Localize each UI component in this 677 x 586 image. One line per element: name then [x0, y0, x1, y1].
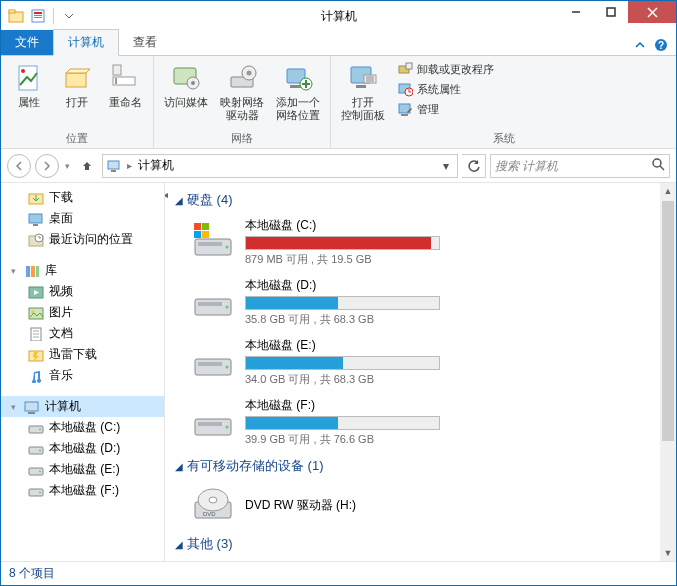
tab-computer[interactable]: 计算机 [53, 29, 119, 56]
help-icon[interactable]: ? [654, 38, 668, 55]
scroll-thumb[interactable] [662, 201, 674, 441]
svg-line-44 [660, 166, 664, 170]
minimize-button[interactable] [558, 1, 593, 23]
search-icon[interactable] [651, 157, 665, 174]
qat-explorer-icon[interactable] [7, 7, 25, 25]
open-icon [61, 62, 93, 94]
uninstall-icon [397, 61, 413, 77]
up-button[interactable] [76, 155, 98, 177]
back-button[interactable] [7, 154, 31, 178]
close-button[interactable] [628, 1, 676, 23]
maximize-button[interactable] [593, 1, 628, 23]
usage-bar [245, 236, 440, 250]
chevron-down-icon[interactable]: ▾ [437, 159, 455, 173]
svg-point-20 [191, 81, 195, 85]
window-controls [558, 1, 676, 31]
splitter-handle[interactable]: ◂ [165, 189, 171, 199]
svg-point-13 [21, 69, 25, 73]
open-button[interactable]: 打开 [53, 58, 101, 129]
svg-point-43 [653, 159, 661, 167]
refresh-button[interactable] [462, 154, 486, 178]
drive-name: 本地磁盘 (E:) [245, 337, 666, 354]
breadcrumb[interactable]: ▸ 计算机 ▾ [102, 154, 458, 178]
rename-button[interactable]: 重命名 [101, 58, 149, 129]
section-hdd[interactable]: ◢ 硬盘 (4) [169, 189, 666, 215]
map-drive-button[interactable]: 映射网络 驱动器 [214, 58, 270, 129]
sidebar-item-disk-f[interactable]: 本地磁盘 (F:) [1, 480, 164, 501]
sidebar-item-disk-c[interactable]: 本地磁盘 (C:) [1, 417, 164, 438]
hdd-icon [191, 402, 235, 442]
access-media-button[interactable]: 访问媒体 [158, 58, 214, 129]
svg-point-89 [209, 497, 217, 503]
manage-button[interactable]: 管理 [395, 100, 496, 118]
section-other[interactable]: ◢ 其他 (3) [169, 533, 666, 559]
svg-point-83 [226, 366, 229, 369]
tab-file[interactable]: 文件 [1, 30, 53, 55]
svg-rect-3 [34, 12, 42, 14]
expander-icon[interactable]: ▾ [7, 266, 19, 276]
tab-view[interactable]: 查看 [119, 30, 171, 55]
svg-rect-36 [406, 63, 412, 69]
computer-icon [105, 157, 123, 175]
add-location-icon [282, 62, 314, 94]
qat-properties-icon[interactable] [29, 7, 47, 25]
computer-icon [23, 399, 41, 415]
svg-point-64 [39, 428, 41, 430]
svg-rect-51 [31, 266, 35, 277]
drive-item[interactable]: 本地磁盘 (E:)34.0 GB 可用 , 共 68.3 GB [169, 335, 666, 395]
qat-dropdown-icon[interactable] [60, 7, 78, 25]
history-dropdown-icon[interactable]: ▾ [63, 161, 72, 171]
sidebar-item-pictures[interactable]: 图片 [1, 302, 164, 323]
drive-item[interactable]: 本地磁盘 (C:)879 MB 可用 , 共 19.5 GB [169, 215, 666, 275]
ribbon: 属性 打开 重命名 位置 访问媒体 映射网络 驱动器 [1, 55, 676, 149]
sidebar-item-downloads[interactable]: 下载 [1, 187, 164, 208]
hdd-icon [191, 222, 235, 262]
scroll-up-icon[interactable]: ▲ [660, 183, 676, 199]
system-props-icon [397, 81, 413, 97]
search-input[interactable] [495, 159, 651, 173]
map-drive-icon [226, 62, 258, 94]
section-removable[interactable]: ◢ 有可移动存储的设备 (1) [169, 455, 666, 481]
uninstall-button[interactable]: 卸载或更改程序 [395, 60, 496, 78]
chevron-right-icon[interactable]: ▸ [123, 160, 136, 171]
sidebar-item-xunlei[interactable]: 迅雷下载 [1, 344, 164, 365]
svg-point-23 [247, 71, 252, 76]
svg-rect-47 [33, 224, 38, 226]
pictures-icon [27, 305, 45, 321]
system-properties-button[interactable]: 系统属性 [395, 80, 496, 98]
add-location-button[interactable]: 添加一个 网络位置 [270, 58, 326, 129]
svg-rect-74 [202, 231, 209, 238]
sidebar-item-documents[interactable]: 文档 [1, 323, 164, 344]
svg-point-80 [226, 306, 229, 309]
drive-item[interactable]: 本地磁盘 (D:)35.8 GB 可用 , 共 68.3 GB [169, 275, 666, 335]
sidebar-item-recent[interactable]: 最近访问的位置 [1, 229, 164, 250]
expander-icon[interactable]: ▾ [7, 402, 19, 412]
properties-button[interactable]: 属性 [5, 58, 53, 129]
scroll-down-icon[interactable]: ▼ [660, 545, 676, 561]
svg-rect-42 [111, 170, 116, 172]
breadcrumb-item[interactable]: 计算机 [136, 157, 176, 174]
sidebar-item-videos[interactable]: 视频 [1, 281, 164, 302]
qat-divider [53, 8, 54, 24]
svg-rect-85 [198, 422, 222, 426]
libraries-icon [23, 263, 41, 279]
svg-rect-4 [34, 15, 42, 16]
svg-rect-73 [194, 231, 201, 238]
sidebar-item-libraries[interactable]: ▾库 [1, 260, 164, 281]
sidebar-item-disk-e[interactable]: 本地磁盘 (E:) [1, 459, 164, 480]
scrollbar[interactable]: ▲ ▼ [660, 183, 676, 561]
sidebar-item-music[interactable]: 音乐 [1, 365, 164, 386]
collapse-ribbon-icon[interactable] [634, 39, 646, 54]
open-control-panel-button[interactable]: 打开 控制面板 [335, 58, 391, 129]
dvd-drive-item[interactable]: DVD DVD RW 驱动器 (H:) [169, 481, 666, 533]
media-icon [170, 62, 202, 94]
usage-bar [245, 356, 440, 370]
forward-button[interactable] [35, 154, 59, 178]
sidebar-item-desktop[interactable]: 桌面 [1, 208, 164, 229]
svg-point-77 [226, 246, 229, 249]
drive-item[interactable]: 本地磁盘 (F:)39.9 GB 可用 , 共 76.6 GB [169, 395, 666, 455]
search-box[interactable] [490, 154, 670, 178]
sidebar-item-disk-d[interactable]: 本地磁盘 (D:) [1, 438, 164, 459]
statusbar: 8 个项目 [1, 561, 676, 585]
sidebar-item-computer[interactable]: ▾计算机 [1, 396, 164, 417]
